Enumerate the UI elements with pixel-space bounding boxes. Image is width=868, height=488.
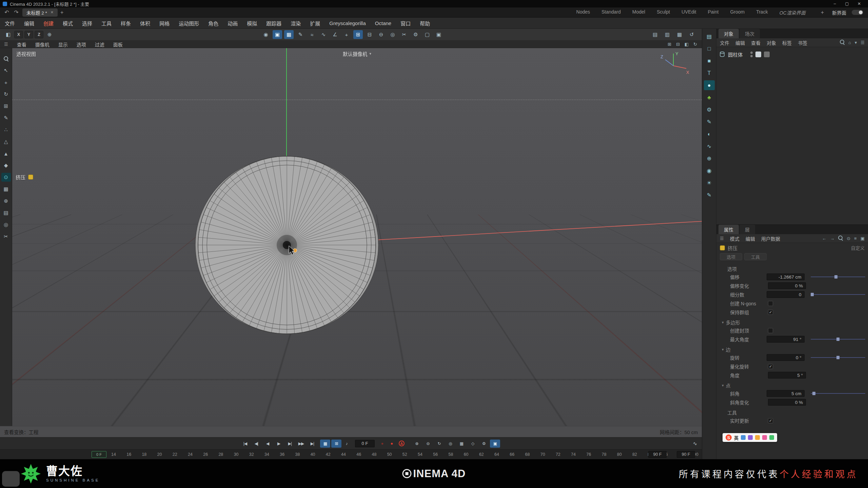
menu-item[interactable]: 动画 [228, 20, 238, 27]
single-view-icon[interactable]: ⊞ [668, 42, 671, 47]
coordinate-system-icon[interactable]: ⊕ [45, 30, 54, 39]
search-icon[interactable] [838, 236, 843, 241]
target-snap-icon[interactable]: ◎ [388, 30, 397, 39]
om-menu-item[interactable]: 书签 [798, 39, 807, 46]
mograph-menu-icon[interactable]: ♣ [704, 93, 715, 102]
play-button[interactable]: ▶ [274, 440, 284, 448]
autokey-button[interactable]: A [399, 441, 405, 446]
menu-item[interactable]: 文件 [5, 20, 15, 27]
caret-icon[interactable]: ▾ [722, 320, 724, 325]
selection-frame-icon[interactable]: ◧ [3, 30, 13, 39]
workplane-icon[interactable]: ▤ [1, 208, 11, 217]
voice-icon[interactable] [741, 435, 746, 440]
menu-item[interactable]: 渲染 [291, 20, 301, 27]
panel-tab[interactable]: 对象 [718, 29, 739, 38]
menu-item[interactable]: 跟踪器 [266, 20, 281, 27]
om-menu-item[interactable]: 编辑 [735, 39, 745, 46]
am-menu-item[interactable]: 用户数据 [761, 235, 780, 242]
sogou-logo[interactable]: S [726, 434, 732, 441]
auto-keying-icon[interactable]: ▣ [490, 440, 500, 448]
object-list[interactable]: 圆柱体 [716, 47, 868, 225]
next-frame-button[interactable]: ▶| [285, 440, 295, 448]
panel-tab[interactable]: 属性 [718, 225, 739, 234]
key-pla-icon[interactable]: ▦ [456, 440, 467, 448]
content-browser-icon[interactable]: ▦ [675, 30, 684, 39]
axis-gizmo[interactable]: Y X Z [656, 49, 690, 77]
key-rotation-icon[interactable]: ↻ [434, 440, 444, 448]
track-icon[interactable]: ⊙ [847, 236, 850, 241]
panel-menu-icon[interactable]: ☰ [861, 40, 865, 45]
boole-icon[interactable]: ◐ [704, 129, 715, 139]
text-primitive-icon[interactable]: T [704, 68, 715, 78]
render-region-icon[interactable]: ▣ [273, 30, 282, 39]
viewport-menu-item[interactable]: 过滤 [95, 41, 104, 48]
menu-item[interactable]: 网格 [159, 20, 170, 27]
menu-item[interactable]: 帮助 [420, 20, 430, 27]
layout-button[interactable]: Model [627, 9, 651, 16]
prev-key-button[interactable]: ◀| [251, 440, 261, 448]
layout-button[interactable]: OC渲染界面 [774, 9, 811, 16]
value-field[interactable]: 5 cm [767, 390, 805, 397]
menu-item[interactable]: 模拟 [247, 20, 257, 27]
frame-ruler[interactable]: 1416182022242628303234363840424446485052… [106, 452, 702, 457]
rotate-tool-icon[interactable]: ↻ [1, 90, 11, 99]
undo-icon[interactable]: ↶ [3, 9, 10, 16]
model-mode-icon[interactable]: ◆ [1, 161, 11, 170]
new-panel-icon[interactable]: ▣ [861, 236, 865, 241]
tab-close-icon[interactable]: ✕ [51, 10, 54, 15]
object-row[interactable]: 圆柱体 [719, 50, 865, 59]
value-field[interactable]: 0 ° [767, 354, 805, 361]
theme-toggle[interactable] [852, 10, 863, 15]
value-field[interactable]: 0 [767, 291, 805, 298]
quantize-icon[interactable]: ⊞ [331, 440, 341, 448]
preset-label[interactable]: 自定义 [851, 244, 865, 251]
key-parameter-icon[interactable]: ◎ [445, 440, 455, 448]
layout-button[interactable]: Groom [724, 9, 750, 16]
skin-icon[interactable] [762, 435, 767, 440]
keyframe-snap-icon[interactable]: ▦ [320, 440, 330, 448]
checkbox[interactable]: ✓ [768, 418, 773, 423]
list-icon[interactable]: ≡ [854, 236, 857, 241]
split-view-icon[interactable]: ◧ [685, 42, 689, 47]
menu-item[interactable]: 运动图形 [179, 20, 199, 27]
caret-icon[interactable]: ▾ [722, 383, 724, 388]
menu-item[interactable]: 模式 [63, 20, 73, 27]
value-field[interactable]: -1.2667 cm [767, 273, 805, 280]
section-header[interactable]: ▾边 [716, 346, 865, 353]
grid-snap-icon[interactable]: ⊟ [365, 30, 374, 39]
menu-item[interactable]: 创建 [43, 20, 54, 27]
menu-item[interactable]: 样条 [121, 20, 131, 27]
range-end-field[interactable]: 90 F [648, 451, 667, 458]
tool-subtab[interactable]: 工具 [744, 253, 767, 260]
prev-frame-button[interactable]: ◀ [262, 440, 273, 448]
search-icon[interactable] [840, 40, 845, 45]
refresh-view-icon[interactable]: ↻ [693, 42, 697, 47]
emoji-icon[interactable] [755, 435, 760, 440]
magnet-icon[interactable]: ◇ [468, 440, 478, 448]
deformer-icon[interactable]: ∿ [704, 141, 715, 151]
keying-settings-icon[interactable]: ⚙ [479, 440, 489, 448]
value-field[interactable]: 5 ° [768, 372, 806, 379]
extrude-tool-icon[interactable] [28, 175, 33, 180]
add-layout-button[interactable]: + [821, 9, 824, 16]
new-layout-button[interactable]: 新界面 [832, 9, 846, 16]
knife-icon[interactable]: ✂ [1, 232, 11, 241]
volume-icon[interactable]: ♪ [341, 440, 352, 448]
slider[interactable] [811, 393, 865, 394]
ime-toolbar[interactable]: S英 [723, 433, 777, 442]
axis-lock-button[interactable]: Z [35, 31, 43, 38]
menu-item[interactable]: 选择 [82, 20, 92, 27]
keyframe-record-icon[interactable]: ● [378, 440, 387, 448]
knife-tool-icon[interactable]: ✂ [399, 30, 409, 39]
toolbox-icon[interactable] [769, 435, 774, 440]
select-cursor-icon[interactable]: ↖ [1, 66, 11, 75]
axis-mode-icon[interactable]: ⊕ [1, 197, 11, 205]
om-menu-item[interactable]: 标签 [782, 39, 792, 46]
polygons-mode-icon[interactable]: ▲ [1, 149, 11, 158]
round-tool-b-icon[interactable]: ▣ [434, 30, 443, 39]
render-view-icon[interactable]: ◉ [261, 30, 271, 39]
checkbox[interactable]: ✓ [768, 364, 773, 369]
slider[interactable] [811, 357, 865, 358]
fcurve-icon[interactable]: ∿ [693, 441, 697, 447]
filter-icon[interactable]: ▾ [855, 40, 857, 45]
